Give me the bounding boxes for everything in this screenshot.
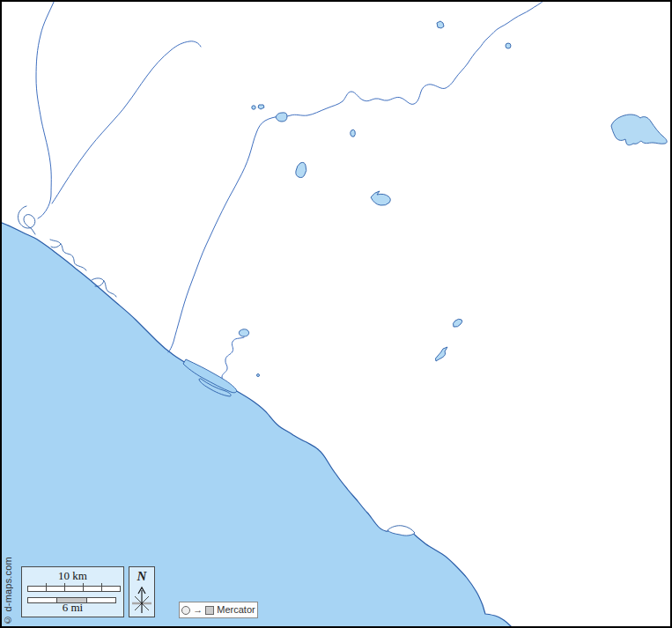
scale-km-segment bbox=[65, 587, 84, 591]
pond-dot bbox=[257, 374, 260, 377]
estuary-squiggle-1b bbox=[51, 244, 61, 248]
scale-km-segment bbox=[84, 587, 102, 591]
river-main bbox=[168, 0, 544, 352]
plane-icon bbox=[205, 606, 214, 615]
lake-dot bbox=[506, 43, 511, 48]
projection-legend: → Mercator bbox=[179, 602, 258, 618]
scale-km-segment bbox=[47, 587, 65, 591]
river-west bbox=[36, 0, 55, 218]
lake-creek-head bbox=[239, 329, 248, 336]
copyright-text: © d-maps.com bbox=[3, 555, 13, 625]
north-arrow-panel: N bbox=[129, 566, 155, 617]
scale-km-bar bbox=[27, 586, 121, 592]
lake-tiny-pair-b bbox=[258, 105, 264, 109]
lake-small-east-1 bbox=[453, 319, 462, 327]
creek-lagoon bbox=[222, 337, 244, 383]
scale-km-segment bbox=[102, 587, 120, 591]
map-page: 10 km 6 mi N → bbox=[0, 0, 672, 628]
lake-elongated-mid bbox=[296, 162, 306, 177]
scale-mi-label: 6 mi bbox=[22, 601, 123, 615]
lake-fish-shape bbox=[371, 191, 390, 205]
lake-tiny-north bbox=[437, 21, 444, 28]
map-canvas bbox=[0, 0, 672, 628]
lake-large-east bbox=[611, 115, 667, 145]
projection-name: Mercator bbox=[217, 605, 255, 615]
lake-riverside bbox=[276, 113, 287, 122]
scale-km-label: 10 km bbox=[22, 569, 123, 583]
estuary-loop-west bbox=[18, 206, 35, 234]
scale-bar-panel: 10 km 6 mi bbox=[21, 566, 124, 617]
scale-km-segment bbox=[28, 587, 47, 591]
lake-small-comma bbox=[351, 129, 356, 137]
projection-arrow-icon: → bbox=[193, 605, 203, 615]
sphere-icon bbox=[181, 606, 190, 615]
compass-rose-icon bbox=[131, 585, 152, 615]
lake-tiny-pair-a bbox=[252, 106, 255, 109]
north-label: N bbox=[129, 569, 154, 584]
river-northwest-branch bbox=[52, 41, 201, 203]
lake-small-east-2 bbox=[435, 347, 447, 361]
